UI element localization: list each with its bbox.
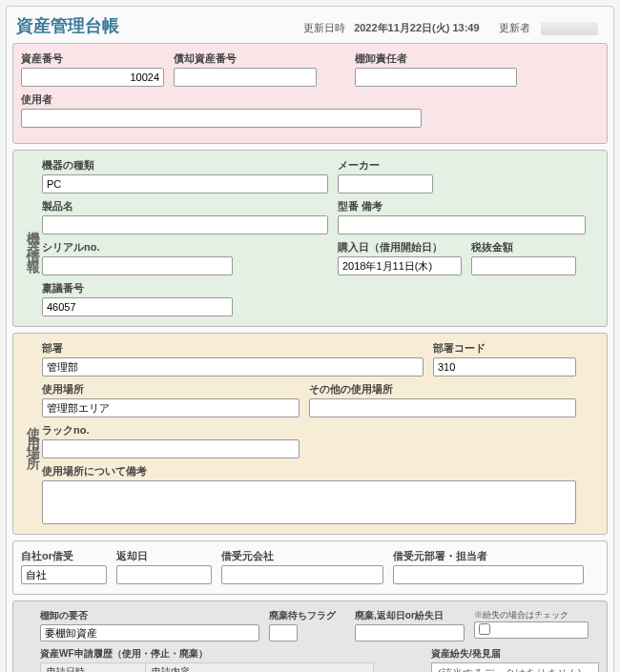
- device-panel: 機器情報 機器の種類 メーカー 製品名 型番 備考: [12, 150, 608, 327]
- rack-input[interactable]: [42, 439, 300, 458]
- inventory-owner-label: 棚卸責任者: [355, 51, 517, 66]
- own-label: 自社or借受: [21, 549, 107, 563]
- asset-no-input[interactable]: [21, 68, 164, 87]
- disposal-date-input[interactable]: [355, 624, 465, 641]
- dept-label: 部署: [42, 341, 424, 356]
- asset-no-label: 資産番号: [21, 51, 164, 66]
- price-label: 税抜金額: [471, 240, 576, 255]
- loc-remark-label: 使用場所について備考: [42, 464, 576, 479]
- borrow-panel: 自社or借受 返却日 借受元会社 借受元部署・担当者: [12, 540, 608, 595]
- product-label: 製品名: [42, 199, 328, 214]
- dept-code-input[interactable]: [433, 357, 576, 377]
- wf-history-table[interactable]: 申請日時 申請内容: [40, 662, 374, 672]
- depr-no-label: 償却資産番号: [174, 51, 317, 66]
- disposal-flag-label: 廃棄待ちフラグ: [269, 609, 345, 622]
- mgmt-panel: 管 棚卸の要否 廃棄待ちフラグ 廃棄,返却日or紛失日 ※紛失の場合はチェック: [12, 601, 608, 672]
- ringi-input[interactable]: [42, 297, 233, 316]
- product-input[interactable]: [42, 215, 328, 234]
- own-input[interactable]: [21, 565, 107, 584]
- updated-label: 更新日時: [303, 22, 345, 33]
- lender-co-label: 借受元会社: [221, 549, 383, 563]
- user-input[interactable]: [21, 109, 422, 128]
- kind-label: 機器の種類: [42, 158, 328, 173]
- report-box[interactable]: (該当するデータはありません): [431, 662, 599, 672]
- wf-col-date: 申請日時: [41, 663, 146, 673]
- maker-label: メーカー: [338, 158, 433, 173]
- report-label: 資産紛失/発見届: [431, 647, 599, 661]
- purchase-input[interactable]: [338, 256, 462, 275]
- wf-col-content: 申請内容: [146, 663, 374, 673]
- loc-label: 使用場所: [42, 382, 300, 397]
- dept-input[interactable]: [42, 357, 424, 377]
- depr-no-input[interactable]: [174, 68, 317, 87]
- model-remark-label: 型番 備考: [338, 199, 586, 214]
- inv-need-label: 棚卸の要否: [40, 609, 259, 622]
- purchase-label: 購入日（借用開始日）: [338, 240, 462, 255]
- place-tab: 使用場所: [21, 341, 42, 524]
- identity-panel: 資産番号 償却資産番号 棚卸責任者 使用者: [12, 43, 608, 144]
- kind-input[interactable]: [42, 174, 328, 193]
- header-meta: 更新日時 2022年11月22日(火) 13:49 更新者: [301, 21, 604, 35]
- loc-remark-input[interactable]: [42, 480, 576, 524]
- inventory-owner-input[interactable]: [355, 68, 517, 87]
- updated-value: 2022年11月22日(火) 13:49: [354, 22, 479, 33]
- model-remark-input[interactable]: [338, 215, 586, 234]
- place-panel: 使用場所 部署 部署コード 使用場所 その他の使用場所: [12, 333, 608, 535]
- wf-label: 資産WF申請履歴（使用・停止・廃棄）: [40, 647, 374, 661]
- other-loc-input[interactable]: [309, 398, 576, 417]
- loc-input[interactable]: [42, 398, 300, 417]
- price-input[interactable]: [471, 256, 576, 275]
- rack-label: ラックno.: [42, 423, 300, 438]
- page-title: 資産管理台帳: [16, 14, 119, 37]
- maker-input[interactable]: [338, 174, 433, 193]
- user-label: 使用者: [21, 92, 422, 107]
- disposal-date-label: 廃棄,返却日or紛失日: [355, 609, 465, 622]
- lost-note: ※紛失の場合はチェック: [474, 609, 589, 621]
- updater-value-redacted: [541, 22, 598, 35]
- other-loc-label: その他の使用場所: [309, 382, 576, 397]
- serial-input[interactable]: [42, 256, 233, 275]
- disposal-flag-input[interactable]: [269, 624, 298, 641]
- asset-ledger-window: 資産管理台帳 更新日時 2022年11月22日(火) 13:49 更新者 資産番…: [6, 6, 614, 672]
- return-input[interactable]: [116, 565, 212, 584]
- ringi-label: 稟議番号: [42, 281, 233, 295]
- header: 資産管理台帳 更新日時 2022年11月22日(火) 13:49 更新者: [12, 12, 608, 43]
- lost-checkbox[interactable]: [479, 623, 490, 635]
- lender-dept-input[interactable]: [393, 565, 584, 584]
- device-tab: 機器情報: [21, 158, 42, 316]
- updater-label: 更新者: [499, 22, 530, 33]
- lender-co-input[interactable]: [221, 565, 383, 584]
- dept-code-label: 部署コード: [433, 341, 576, 356]
- inv-need-input[interactable]: [40, 624, 259, 641]
- serial-label: シリアルno.: [42, 240, 233, 255]
- return-label: 返却日: [116, 549, 212, 563]
- lender-dept-label: 借受元部署・担当者: [393, 549, 584, 563]
